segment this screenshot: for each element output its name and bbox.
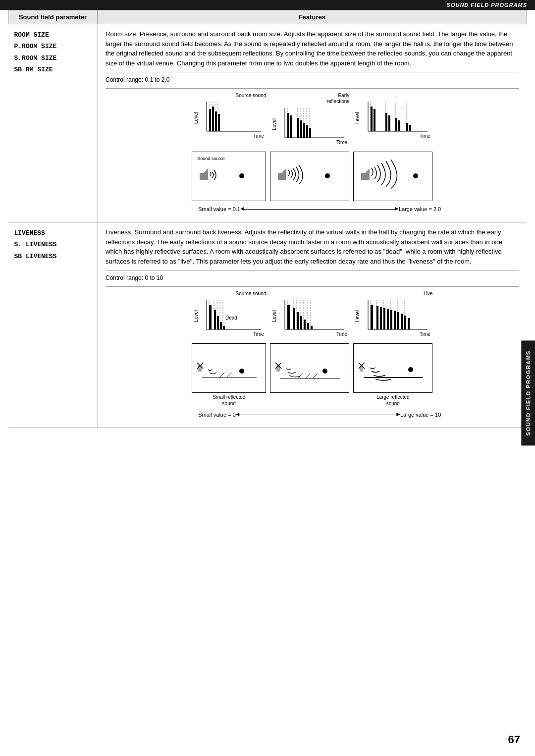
liveness-waves-row: Small reflectedsound — [192, 343, 432, 407]
svg-rect-4 — [209, 109, 211, 131]
graph2-svg: Level Time — [270, 106, 349, 148]
wave-box-1: Sound source — [192, 152, 266, 201]
room-size-control-range: Control range: 0.1 to 2.0 — [106, 76, 519, 83]
svg-rect-58 — [209, 305, 212, 329]
graph3-container: Level Time — [353, 99, 432, 141]
wave3-svg — [354, 152, 433, 202]
liveness-graph1-container: Level Time — [192, 297, 266, 339]
main-content: Sound field parameter Features ROOM SIZE… — [0, 10, 535, 428]
svg-rect-34 — [374, 109, 375, 131]
graph2-container: Level Time — [270, 106, 349, 148]
wave3-label: Large reflectedsound — [376, 394, 410, 407]
svg-rect-33 — [371, 107, 373, 131]
svg-rect-48 — [278, 173, 282, 180]
svg-rect-19 — [300, 120, 302, 138]
svg-text:Level: Level — [355, 310, 360, 322]
svg-rect-78 — [307, 323, 309, 329]
svg-rect-62 — [223, 326, 225, 329]
svg-text:Level: Level — [355, 112, 360, 124]
svg-rect-7 — [218, 114, 220, 131]
liveness-graph1-svg: Level Time — [192, 297, 266, 339]
liveness-param-lines: LIVENESSS. LIVENESSSB LIVENESS — [14, 227, 92, 262]
liveness-control-range: Control range: 0 to 10 — [106, 274, 519, 281]
svg-rect-40 — [409, 125, 411, 131]
wave-group-3 — [353, 152, 432, 201]
svg-line-122 — [313, 374, 318, 378]
wave-box-2 — [270, 152, 349, 201]
liveness-graph3-svg: Level Time — [353, 297, 432, 339]
room-size-graphs-row: Source sound Level — [192, 93, 432, 148]
liveness-graph-2: Level Time — [270, 291, 349, 339]
svg-rect-39 — [406, 123, 408, 131]
sound-field-programs-tab: SOUND FIELD PROGRAMS — [521, 340, 535, 445]
svg-line-113 — [219, 373, 224, 378]
svg-rect-18 — [297, 118, 299, 138]
svg-rect-77 — [304, 320, 306, 329]
param-table: Sound field parameter Features ROOM SIZE… — [8, 10, 527, 428]
svg-point-126 — [408, 367, 413, 372]
graph3-top-label — [353, 93, 432, 98]
svg-text:Dead: Dead — [225, 315, 237, 321]
col1-header: Sound field parameter — [8, 10, 98, 24]
svg-rect-76 — [300, 316, 302, 329]
liveness-params: LIVENESSS. LIVENESSSB LIVENESS — [8, 222, 98, 428]
liveness-arrow-line: ◄ ► — [238, 415, 398, 415]
wave2-svg — [270, 152, 350, 202]
svg-rect-17 — [290, 115, 292, 138]
liveness-graph2-container: Level Time — [270, 297, 349, 339]
svg-rect-38 — [398, 120, 400, 131]
svg-text:Time: Time — [253, 331, 264, 337]
liveness-wave3-svg — [354, 344, 433, 393]
liveness-graph-1: Source sound Level Time — [192, 291, 266, 339]
liveness-arrow-left-label: Small value = 0 — [198, 412, 236, 418]
room-size-waves-row: Sound source — [192, 152, 432, 201]
svg-rect-92 — [376, 306, 378, 329]
svg-text:Level: Level — [271, 118, 277, 130]
liveness-graph1-top: Source sound — [192, 291, 266, 296]
liveness-wave1-svg — [192, 344, 267, 393]
arrow-line: ◄ ► — [242, 209, 397, 210]
wave-group-2 — [270, 152, 349, 201]
svg-rect-20 — [303, 123, 305, 138]
liveness-row: LIVENESSS. LIVENESSSB LIVENESS Liveness.… — [8, 222, 527, 428]
svg-rect-37 — [395, 118, 397, 131]
liveness-wave-1: Small reflectedsound — [192, 343, 266, 407]
arrow-right-label: Large value = 2.0 — [399, 206, 441, 212]
liveness-graphs-row: Source sound Level Time — [192, 291, 432, 339]
svg-rect-75 — [297, 312, 299, 329]
svg-point-47 — [239, 173, 244, 178]
liveness-wave-box-1 — [192, 343, 266, 393]
svg-rect-100 — [404, 316, 406, 329]
room-size-features: Room size. Presence, surround and surrou… — [98, 24, 527, 222]
svg-rect-59 — [214, 310, 216, 329]
param-line-1: ROOM SIZEP.ROOM SIZES.ROOM SIZESB RM SIZ… — [14, 29, 92, 76]
arrow-left-label: Small value = 0.1 — [198, 206, 240, 212]
page-number: 67 — [508, 733, 520, 746]
svg-marker-49 — [282, 168, 286, 180]
liveness-wave2-svg — [270, 344, 350, 393]
liveness-graph-3: Live Level Time — [353, 291, 432, 339]
liveness-graph2-svg: Level Time — [270, 297, 349, 339]
svg-rect-74 — [293, 308, 295, 329]
svg-text:Time: Time — [420, 133, 430, 139]
svg-text:Time: Time — [336, 140, 347, 145]
svg-text:Time: Time — [420, 331, 430, 337]
svg-rect-99 — [401, 314, 403, 329]
header-title: SOUND FIELD PROGRAMS — [447, 2, 527, 8]
svg-rect-79 — [311, 326, 313, 329]
diagram-group-2: Earlyreflections Level Time — [270, 93, 349, 148]
diagram-group-3: Level Time — [353, 93, 432, 141]
svg-line-120 — [298, 374, 303, 378]
svg-rect-35 — [385, 113, 387, 131]
graph3-svg: Level Time — [353, 99, 432, 141]
liveness-graph2-top — [270, 291, 349, 296]
svg-point-111 — [239, 369, 244, 374]
svg-point-53 — [413, 173, 418, 178]
svg-rect-5 — [212, 107, 214, 131]
svg-rect-21 — [306, 125, 308, 138]
svg-rect-96 — [390, 310, 392, 329]
room-size-params: ROOM SIZEP.ROOM SIZES.ROOM SIZESB RM SIZ… — [8, 24, 98, 222]
liveness-features: Liveness. Surround and surround back liv… — [98, 222, 527, 428]
wave1-label: Small reflectedsound — [213, 394, 245, 407]
sound-source-label: Sound source — [197, 156, 225, 161]
